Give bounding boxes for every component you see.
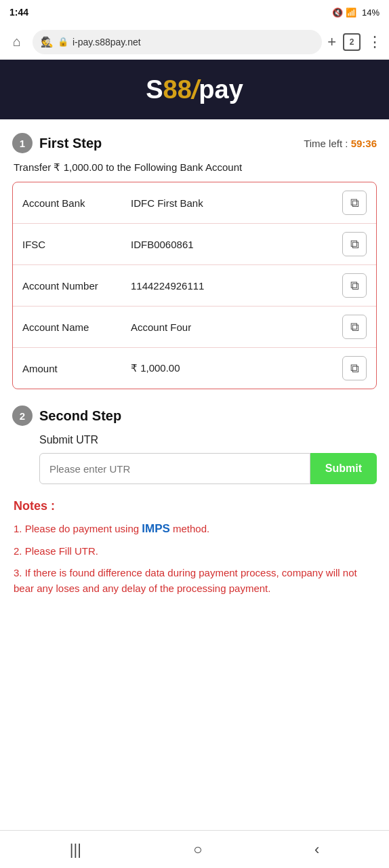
notes-section: Notes : 1. Please do payment using IMPS … bbox=[14, 499, 377, 596]
nav-recent-button[interactable]: ||| bbox=[56, 835, 95, 864]
copy-amount[interactable]: ⧉ bbox=[342, 356, 367, 380]
timer-label: Time left : bbox=[304, 138, 350, 149]
copy-icon-0: ⧉ bbox=[350, 196, 359, 210]
logo-pay: pay bbox=[199, 75, 243, 104]
value-account-name: Account Four bbox=[131, 321, 342, 333]
transfer-label: Transfer ₹ 1,000.00 to the Following Ban… bbox=[14, 161, 377, 174]
security-icon: 🕵 bbox=[41, 36, 54, 48]
lock-icon: 🔒 bbox=[58, 37, 68, 47]
utr-input[interactable] bbox=[39, 453, 310, 484]
step2-header: 2 Second Step bbox=[12, 406, 377, 426]
notes-item-1-text: 1. Please do payment using bbox=[14, 523, 142, 534]
value-amount: ₹ 1,000.00 bbox=[131, 362, 342, 374]
copy-icon-3: ⧉ bbox=[350, 320, 359, 334]
bank-row-account-number: Account Number 1144224926111 ⧉ bbox=[13, 265, 376, 307]
copy-ifsc[interactable]: ⧉ bbox=[342, 232, 367, 256]
status-icons: 🔇 📶 14% bbox=[332, 7, 380, 18]
battery-text: 14% bbox=[362, 7, 380, 18]
nav-home-button[interactable]: ○ bbox=[180, 835, 216, 864]
step1-title-left: 1 First Step bbox=[12, 133, 102, 153]
step1-section: 1 First Step Time left : 59:36 Transfer … bbox=[12, 133, 377, 389]
status-bar: 1:44 🔇 📶 14% bbox=[0, 0, 389, 24]
url-text: i-pay.s88pay.net bbox=[73, 37, 141, 47]
bank-row-account-name: Account Name Account Four ⧉ bbox=[13, 307, 376, 348]
new-tab-button[interactable]: + bbox=[327, 33, 336, 51]
mute-icon: 🔇 bbox=[332, 7, 343, 18]
label-ifsc: IFSC bbox=[22, 239, 131, 250]
nav-back-button[interactable]: ‹ bbox=[301, 835, 333, 864]
browser-bar: ⌂ 🕵 🔒 i-pay.s88pay.net + 2 ⋮ bbox=[0, 24, 389, 60]
notes-item-2: 2. Please Fill UTR. bbox=[14, 543, 377, 559]
browser-actions: + 2 ⋮ bbox=[327, 33, 382, 51]
step1-header: 1 First Step Time left : 59:36 bbox=[12, 133, 377, 153]
notes-title: Notes : bbox=[14, 499, 377, 513]
notes-item-2-text: 2. Please Fill UTR. bbox=[14, 545, 98, 557]
timer-area: Time left : 59:36 bbox=[304, 138, 377, 149]
tab-count-badge[interactable]: 2 bbox=[343, 33, 361, 51]
step2-title: Second Step bbox=[39, 408, 121, 424]
logo-slash: / bbox=[192, 75, 199, 104]
value-ifsc: IDFB0060861 bbox=[131, 239, 342, 250]
logo-88: 88 bbox=[163, 75, 192, 104]
copy-icon-1: ⧉ bbox=[350, 237, 359, 252]
notes-item-3-text: 3. If there is found difference data dur… bbox=[14, 567, 357, 594]
notes-item-1-rest: method. bbox=[170, 523, 209, 534]
label-amount: Amount bbox=[22, 363, 131, 374]
label-account-number: Account Number bbox=[22, 280, 131, 292]
bank-row-ifsc: IFSC IDFB0060861 ⧉ bbox=[13, 224, 376, 265]
step2-title-left: 2 Second Step bbox=[12, 406, 121, 426]
main-content: 1 First Step Time left : 59:36 Transfer … bbox=[0, 119, 389, 830]
step2-section: 2 Second Step Submit UTR Submit Notes : … bbox=[12, 406, 377, 596]
logo-s: S bbox=[146, 75, 163, 104]
copy-account-number[interactable]: ⧉ bbox=[342, 273, 367, 298]
copy-icon-4: ⧉ bbox=[350, 361, 359, 376]
bank-row-amount: Amount ₹ 1,000.00 ⧉ bbox=[13, 348, 376, 389]
logo: S88/pay bbox=[146, 75, 243, 104]
value-account-bank: IDFC First Bank bbox=[131, 197, 342, 209]
value-account-number: 1144224926111 bbox=[131, 280, 342, 292]
copy-icon-2: ⧉ bbox=[350, 279, 359, 293]
imps-text: IMPS bbox=[142, 522, 170, 535]
timer-value: 59:36 bbox=[351, 138, 377, 149]
step2-badge: 2 bbox=[12, 406, 33, 426]
status-time: 1:44 bbox=[9, 7, 28, 18]
home-button[interactable]: ⌂ bbox=[7, 32, 27, 52]
label-account-bank: Account Bank bbox=[22, 197, 131, 209]
wifi-icon: 📶 bbox=[346, 7, 356, 18]
submit-button[interactable]: Submit bbox=[310, 453, 377, 484]
submit-utr-label: Submit UTR bbox=[39, 434, 377, 446]
logo-area: S88/pay bbox=[0, 60, 389, 119]
url-bar[interactable]: 🕵 🔒 i-pay.s88pay.net bbox=[33, 30, 322, 54]
utr-row: Submit bbox=[39, 453, 377, 484]
label-account-name: Account Name bbox=[22, 321, 131, 333]
notes-item-3: 3. If there is found difference data dur… bbox=[14, 565, 377, 597]
menu-button[interactable]: ⋮ bbox=[367, 33, 382, 51]
copy-account-name[interactable]: ⧉ bbox=[342, 315, 367, 339]
bank-row-account-bank: Account Bank IDFC First Bank ⧉ bbox=[13, 182, 376, 224]
bottom-nav: ||| ○ ‹ bbox=[0, 830, 389, 868]
notes-item-1: 1. Please do payment using IMPS method. bbox=[14, 520, 377, 538]
copy-account-bank[interactable]: ⧉ bbox=[342, 191, 367, 215]
step1-title: First Step bbox=[39, 136, 102, 151]
bank-details-table: Account Bank IDFC First Bank ⧉ IFSC IDFB… bbox=[12, 182, 377, 389]
step1-badge: 1 bbox=[12, 133, 33, 153]
